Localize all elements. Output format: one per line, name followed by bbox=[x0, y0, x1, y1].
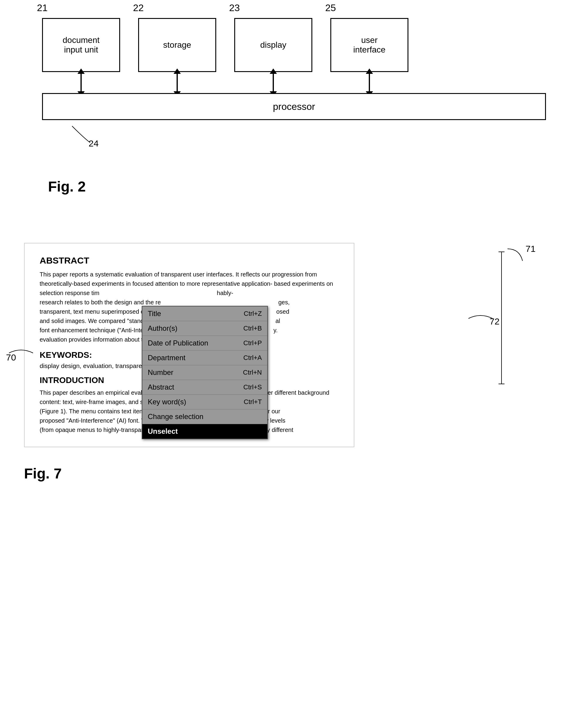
processor-num-area: 24 bbox=[42, 123, 564, 148]
arrow-userif bbox=[330, 72, 408, 93]
menu-item-abstract-shortcut: Ctrl+S bbox=[243, 383, 262, 391]
processor-box: processor bbox=[42, 93, 546, 120]
menu-item-num-label: Number bbox=[148, 368, 173, 377]
label-23: 23 bbox=[229, 2, 240, 14]
boxes-row: 21 document input unit 22 storage 23 dis… bbox=[24, 18, 564, 72]
ref70-svg: 70 bbox=[6, 344, 45, 362]
menu-item-title-shortcut: Ctrl+Z bbox=[244, 310, 262, 318]
abstract-body: This paper reports a systematic evaluati… bbox=[40, 270, 339, 344]
menu-item-unselect-label: Unselect bbox=[148, 427, 178, 435]
arrow-storage bbox=[138, 72, 216, 93]
label-25: 25 bbox=[325, 2, 336, 14]
box-storage: 22 storage bbox=[138, 18, 216, 72]
menu-item-authors-shortcut: Ctrl+B bbox=[243, 324, 262, 332]
box-text-display: display bbox=[260, 40, 286, 50]
fig7-title: Fig. 7 bbox=[24, 465, 564, 482]
menu-item-abstract[interactable]: Abstract Ctrl+S bbox=[142, 380, 267, 395]
arrow-userif-updown bbox=[369, 72, 370, 93]
arrow-storage-updown bbox=[176, 72, 178, 93]
arrow-doc-updown bbox=[81, 72, 82, 93]
menu-item-abstract-label: Abstract bbox=[148, 383, 174, 391]
svg-text:70: 70 bbox=[6, 352, 16, 362]
fig2-section: 21 document input unit 22 storage 23 dis… bbox=[0, 0, 588, 219]
menu-item-change-selection[interactable]: Change selection bbox=[142, 409, 267, 424]
svg-text:71: 71 bbox=[526, 244, 536, 254]
arrow-doc bbox=[42, 72, 120, 93]
menu-item-unselect[interactable]: Unselect bbox=[142, 424, 267, 438]
fig7-diagram-wrapper: 71 ABSTRACT This paper reports a systema… bbox=[24, 243, 550, 447]
menu-item-change-label: Change selection bbox=[148, 412, 203, 421]
ref70-area: 70 bbox=[6, 344, 45, 363]
ref72-svg: 72 bbox=[465, 311, 502, 326]
box-text-userif: user interface bbox=[353, 36, 385, 55]
menu-item-number[interactable]: Number Ctrl+N bbox=[142, 365, 267, 380]
svg-text:72: 72 bbox=[489, 316, 499, 326]
box-text-storage: storage bbox=[163, 40, 191, 50]
arrows-row bbox=[24, 72, 564, 93]
menu-item-date[interactable]: Date of Publication Ctrl+P bbox=[142, 336, 267, 351]
menu-item-kw-label: Key word(s) bbox=[148, 398, 186, 406]
menu-item-title-label: Title bbox=[148, 309, 161, 318]
label-22: 22 bbox=[133, 2, 144, 14]
menu-item-date-shortcut: Ctrl+P bbox=[243, 339, 262, 347]
ref72-area: 72 bbox=[465, 311, 502, 327]
context-menu[interactable]: Title Ctrl+Z Author(s) Ctrl+B Date of Pu… bbox=[142, 306, 268, 439]
menu-item-department[interactable]: Department Ctrl+A bbox=[142, 351, 267, 365]
fig7-section: 71 ABSTRACT This paper reports a systema… bbox=[0, 237, 588, 488]
processor-label: processor bbox=[273, 101, 315, 112]
label-21: 21 bbox=[37, 2, 48, 14]
arrow-display-updown bbox=[273, 72, 274, 93]
menu-item-keyword[interactable]: Key word(s) Ctrl+T bbox=[142, 395, 267, 409]
curve-24-svg: 24 bbox=[42, 123, 102, 147]
menu-item-authors-label: Author(s) bbox=[148, 324, 177, 332]
menu-item-dept-shortcut: Ctrl+A bbox=[243, 354, 262, 362]
box-document-input: 21 document input unit bbox=[42, 18, 120, 72]
document-area: ABSTRACT This paper reports a systematic… bbox=[24, 243, 354, 447]
menu-item-dept-label: Department bbox=[148, 353, 185, 362]
abstract-title: ABSTRACT bbox=[40, 255, 339, 266]
fig2-title: Fig. 2 bbox=[24, 178, 564, 195]
menu-item-title[interactable]: Title Ctrl+Z bbox=[142, 306, 267, 321]
menu-item-kw-shortcut: Ctrl+T bbox=[244, 398, 262, 406]
box-display: 23 display bbox=[234, 18, 312, 72]
fig2-diagram: 21 document input unit 22 storage 23 dis… bbox=[24, 18, 564, 148]
menu-item-date-label: Date of Publication bbox=[148, 339, 208, 347]
box-user-interface: 25 user interface bbox=[330, 18, 408, 72]
box-text-doc: document input unit bbox=[63, 36, 100, 55]
menu-item-num-shortcut: Ctrl+N bbox=[243, 369, 262, 376]
menu-item-authors[interactable]: Author(s) Ctrl+B bbox=[142, 321, 267, 336]
context-menu-wrapper: Title Ctrl+Z Author(s) Ctrl+B Date of Pu… bbox=[142, 306, 268, 439]
svg-text:24: 24 bbox=[89, 138, 99, 147]
arrow-display bbox=[234, 72, 312, 93]
